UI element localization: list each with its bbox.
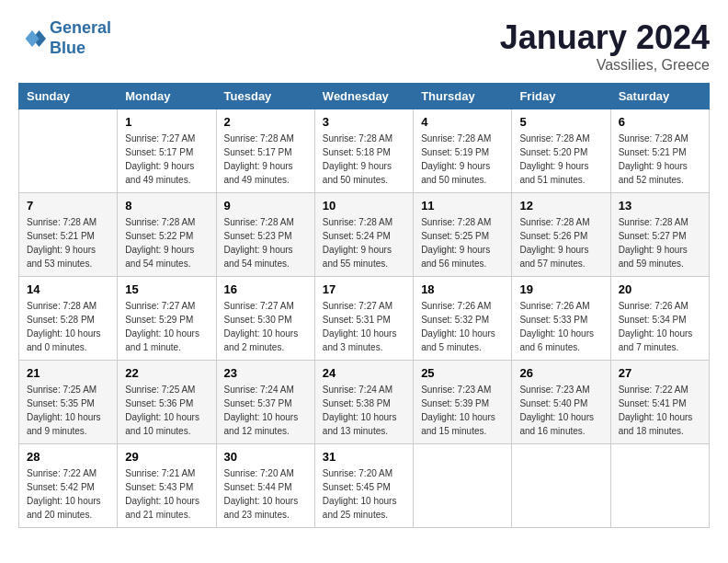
day-number: 1 xyxy=(125,115,208,129)
calendar-cell: 3Sunrise: 7:28 AMSunset: 5:18 PMDaylight… xyxy=(314,109,413,193)
logo-text: General Blue xyxy=(50,18,111,58)
header-thursday: Thursday xyxy=(414,84,512,109)
day-number: 4 xyxy=(421,115,504,129)
calendar-cell: 25Sunrise: 7:23 AMSunset: 5:39 PMDayligh… xyxy=(414,361,512,444)
calendar-cell: 17Sunrise: 7:27 AMSunset: 5:31 PMDayligh… xyxy=(314,277,413,361)
day-number: 10 xyxy=(323,199,405,213)
calendar-cell: 5Sunrise: 7:28 AMSunset: 5:20 PMDaylight… xyxy=(512,109,610,193)
calendar-cell: 11Sunrise: 7:28 AMSunset: 5:25 PMDayligh… xyxy=(414,193,512,277)
calendar-cell: 13Sunrise: 7:28 AMSunset: 5:27 PMDayligh… xyxy=(610,193,709,277)
day-info: Sunrise: 7:28 AMSunset: 5:17 PMDaylight:… xyxy=(224,132,307,187)
day-number: 30 xyxy=(224,450,307,464)
day-info: Sunrise: 7:28 AMSunset: 5:28 PMDaylight:… xyxy=(27,299,109,354)
calendar-cell: 1Sunrise: 7:27 AMSunset: 5:17 PMDaylight… xyxy=(118,109,216,193)
day-number: 25 xyxy=(421,366,504,380)
day-number: 5 xyxy=(519,115,602,129)
day-info: Sunrise: 7:28 AMSunset: 5:21 PMDaylight:… xyxy=(27,215,109,270)
day-info: Sunrise: 7:23 AMSunset: 5:39 PMDaylight:… xyxy=(421,383,504,438)
header-monday: Monday xyxy=(118,84,216,109)
day-info: Sunrise: 7:28 AMSunset: 5:22 PMDaylight:… xyxy=(125,215,208,270)
day-number: 27 xyxy=(619,366,701,380)
day-info: Sunrise: 7:27 AMSunset: 5:17 PMDaylight:… xyxy=(125,132,208,187)
day-info: Sunrise: 7:26 AMSunset: 5:32 PMDaylight:… xyxy=(421,299,504,354)
day-number: 3 xyxy=(323,115,405,129)
day-number: 17 xyxy=(323,282,405,296)
calendar-cell: 19Sunrise: 7:26 AMSunset: 5:33 PMDayligh… xyxy=(512,277,610,361)
day-info: Sunrise: 7:22 AMSunset: 5:42 PMDaylight:… xyxy=(27,466,109,522)
week-row-1: 1Sunrise: 7:27 AMSunset: 5:17 PMDaylight… xyxy=(19,109,710,193)
day-number: 14 xyxy=(27,282,109,296)
day-info: Sunrise: 7:28 AMSunset: 5:20 PMDaylight:… xyxy=(519,132,602,187)
day-info: Sunrise: 7:28 AMSunset: 5:24 PMDaylight:… xyxy=(323,215,405,270)
header-saturday: Saturday xyxy=(610,84,709,109)
day-number: 7 xyxy=(27,199,109,213)
calendar-cell: 4Sunrise: 7:28 AMSunset: 5:19 PMDaylight… xyxy=(414,109,512,193)
calendar-table: SundayMondayTuesdayWednesdayThursdayFrid… xyxy=(18,83,710,528)
week-row-4: 21Sunrise: 7:25 AMSunset: 5:35 PMDayligh… xyxy=(19,361,710,444)
calendar-cell: 26Sunrise: 7:23 AMSunset: 5:40 PMDayligh… xyxy=(512,361,610,444)
day-info: Sunrise: 7:21 AMSunset: 5:43 PMDaylight:… xyxy=(125,466,208,522)
location-subtitle: Vassilies, Greece xyxy=(500,57,710,74)
calendar-cell xyxy=(414,444,512,528)
calendar-cell: 20Sunrise: 7:26 AMSunset: 5:34 PMDayligh… xyxy=(610,277,709,361)
day-number: 6 xyxy=(619,115,701,129)
day-number: 20 xyxy=(619,282,701,296)
calendar-cell: 10Sunrise: 7:28 AMSunset: 5:24 PMDayligh… xyxy=(314,193,413,277)
calendar-cell: 8Sunrise: 7:28 AMSunset: 5:22 PMDaylight… xyxy=(118,193,216,277)
day-number: 13 xyxy=(619,199,701,213)
header-sunday: Sunday xyxy=(19,84,118,109)
day-number: 12 xyxy=(519,199,602,213)
day-info: Sunrise: 7:24 AMSunset: 5:38 PMDaylight:… xyxy=(323,383,405,438)
day-number: 15 xyxy=(125,282,208,296)
day-info: Sunrise: 7:28 AMSunset: 5:27 PMDaylight:… xyxy=(619,215,701,270)
week-row-3: 14Sunrise: 7:28 AMSunset: 5:28 PMDayligh… xyxy=(19,277,710,361)
calendar-cell: 16Sunrise: 7:27 AMSunset: 5:30 PMDayligh… xyxy=(216,277,314,361)
calendar-cell: 28Sunrise: 7:22 AMSunset: 5:42 PMDayligh… xyxy=(19,444,118,528)
calendar-cell: 18Sunrise: 7:26 AMSunset: 5:32 PMDayligh… xyxy=(414,277,512,361)
calendar-cell: 22Sunrise: 7:25 AMSunset: 5:36 PMDayligh… xyxy=(118,361,216,444)
calendar-cell xyxy=(512,444,610,528)
calendar-cell: 14Sunrise: 7:28 AMSunset: 5:28 PMDayligh… xyxy=(19,277,118,361)
day-info: Sunrise: 7:28 AMSunset: 5:23 PMDaylight:… xyxy=(224,215,307,270)
day-number: 28 xyxy=(27,450,109,464)
calendar-cell xyxy=(19,109,118,193)
calendar-cell: 30Sunrise: 7:20 AMSunset: 5:44 PMDayligh… xyxy=(216,444,314,528)
day-info: Sunrise: 7:25 AMSunset: 5:35 PMDaylight:… xyxy=(27,383,109,438)
day-number: 16 xyxy=(224,282,307,296)
day-info: Sunrise: 7:24 AMSunset: 5:37 PMDaylight:… xyxy=(224,383,307,438)
calendar-cell: 21Sunrise: 7:25 AMSunset: 5:35 PMDayligh… xyxy=(19,361,118,444)
logo-blue: Blue xyxy=(50,39,111,59)
day-number: 2 xyxy=(224,115,307,129)
week-row-5: 28Sunrise: 7:22 AMSunset: 5:42 PMDayligh… xyxy=(19,444,710,528)
calendar-cell: 12Sunrise: 7:28 AMSunset: 5:26 PMDayligh… xyxy=(512,193,610,277)
calendar-cell: 31Sunrise: 7:20 AMSunset: 5:45 PMDayligh… xyxy=(314,444,413,528)
calendar-cell xyxy=(610,444,709,528)
day-number: 9 xyxy=(224,199,307,213)
calendar-cell: 7Sunrise: 7:28 AMSunset: 5:21 PMDaylight… xyxy=(19,193,118,277)
day-number: 8 xyxy=(125,199,208,213)
day-info: Sunrise: 7:23 AMSunset: 5:40 PMDaylight:… xyxy=(519,383,602,438)
day-info: Sunrise: 7:20 AMSunset: 5:45 PMDaylight:… xyxy=(323,466,405,522)
day-number: 18 xyxy=(421,282,504,296)
logo-icon xyxy=(18,25,46,52)
day-info: Sunrise: 7:28 AMSunset: 5:21 PMDaylight:… xyxy=(619,132,701,187)
calendar-header: SundayMondayTuesdayWednesdayThursdayFrid… xyxy=(19,84,710,109)
day-info: Sunrise: 7:27 AMSunset: 5:29 PMDaylight:… xyxy=(125,299,208,354)
calendar-cell: 23Sunrise: 7:24 AMSunset: 5:37 PMDayligh… xyxy=(216,361,314,444)
day-info: Sunrise: 7:20 AMSunset: 5:44 PMDaylight:… xyxy=(224,466,307,522)
page-header: General Blue January 2024 Vassilies, Gre… xyxy=(18,18,710,74)
day-number: 11 xyxy=(421,199,504,213)
calendar-cell: 24Sunrise: 7:24 AMSunset: 5:38 PMDayligh… xyxy=(314,361,413,444)
day-info: Sunrise: 7:27 AMSunset: 5:30 PMDaylight:… xyxy=(224,299,307,354)
day-info: Sunrise: 7:25 AMSunset: 5:36 PMDaylight:… xyxy=(125,383,208,438)
day-info: Sunrise: 7:28 AMSunset: 5:26 PMDaylight:… xyxy=(519,215,602,270)
day-number: 29 xyxy=(125,450,208,464)
calendar-cell: 6Sunrise: 7:28 AMSunset: 5:21 PMDaylight… xyxy=(610,109,709,193)
header-tuesday: Tuesday xyxy=(216,84,314,109)
day-info: Sunrise: 7:28 AMSunset: 5:25 PMDaylight:… xyxy=(421,215,504,270)
calendar-cell: 2Sunrise: 7:28 AMSunset: 5:17 PMDaylight… xyxy=(216,109,314,193)
day-number: 21 xyxy=(27,366,109,380)
day-number: 31 xyxy=(323,450,405,464)
title-block: January 2024 Vassilies, Greece xyxy=(500,18,710,74)
day-number: 24 xyxy=(323,366,405,380)
